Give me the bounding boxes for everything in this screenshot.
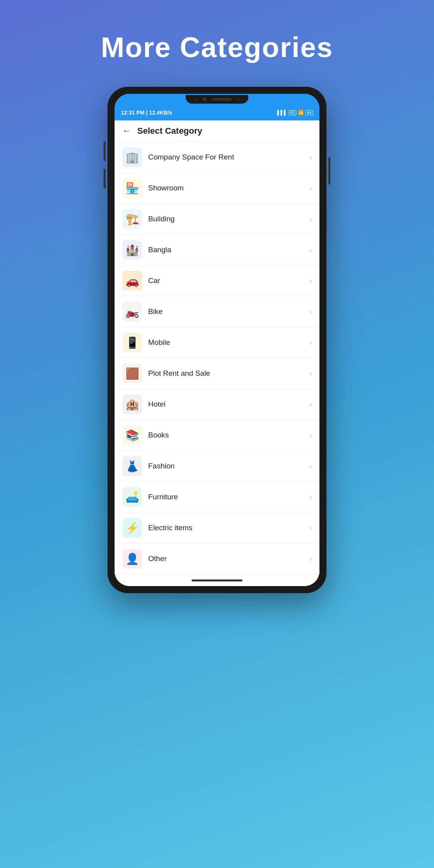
category-item-bangla[interactable]: 🏰Bangla›: [115, 235, 319, 265]
electric-items-icon: ⚡: [122, 518, 142, 538]
fashion-label: Fashion: [148, 462, 309, 470]
bike-icon: 🏍️: [122, 302, 142, 321]
screen-title: Select Category: [137, 126, 202, 136]
fashion-icon: 👗: [122, 456, 142, 476]
volume-down-button: [104, 169, 106, 188]
hotel-arrow: ›: [309, 400, 312, 409]
home-bar: [192, 579, 242, 581]
category-item-mobile[interactable]: 📱Mobile›: [115, 327, 319, 358]
phone-frame: 12:31 PM | 12.4KB/s ▌▌▌ 4G 📶 44 ← Select…: [108, 87, 326, 593]
building-arrow: ›: [309, 215, 312, 223]
plot-rent-sale-icon: 🟫: [122, 364, 142, 383]
speaker: [212, 98, 231, 100]
battery-icon: 44: [305, 110, 313, 115]
fashion-arrow: ›: [309, 462, 312, 470]
car-icon: 🚗: [122, 271, 142, 291]
books-arrow: ›: [309, 431, 312, 439]
other-label: Other: [148, 554, 309, 563]
mobile-label: Mobile: [148, 338, 309, 347]
furniture-arrow: ›: [309, 493, 312, 501]
car-label: Car: [148, 276, 309, 285]
status-bar: 12:31 PM | 12.4KB/s ▌▌▌ 4G 📶 44: [115, 105, 319, 120]
page-title: More Categories: [101, 31, 333, 63]
back-button[interactable]: ←: [122, 126, 131, 136]
building-icon: 🏗️: [122, 209, 142, 229]
category-item-bike[interactable]: 🏍️Bike›: [115, 296, 319, 327]
books-label: Books: [148, 431, 309, 439]
category-item-other[interactable]: 👤Other›: [115, 543, 319, 574]
category-item-furniture[interactable]: 🛋️Furniture›: [115, 482, 319, 513]
company-space-icon: 🏢: [122, 147, 142, 167]
notch: [186, 95, 248, 104]
volume-up-button: [104, 142, 106, 161]
showroom-arrow: ›: [309, 184, 312, 192]
category-item-showroom[interactable]: 🏪Showroom›: [115, 173, 319, 204]
status-icons: ▌▌▌ 4G 📶 44: [277, 110, 313, 115]
other-arrow: ›: [309, 555, 312, 563]
showroom-label: Showroom: [148, 184, 309, 192]
company-space-arrow: ›: [309, 153, 312, 161]
bangla-arrow: ›: [309, 246, 312, 254]
furniture-label: Furniture: [148, 493, 309, 501]
books-icon: 📚: [122, 425, 142, 445]
signal-icon: ▌▌▌: [277, 110, 287, 115]
company-space-label: Company Space For Rent: [148, 153, 309, 161]
category-item-plot-rent-sale[interactable]: 🟫Plot Rent and Sale›: [115, 358, 319, 389]
home-indicator: [115, 574, 319, 586]
wifi-icon: 📶: [298, 110, 304, 115]
bangla-icon: 🏰: [122, 240, 142, 260]
category-item-electric-items[interactable]: ⚡Electric items›: [115, 513, 319, 543]
bangla-label: Bangla: [148, 246, 309, 254]
category-item-fashion[interactable]: 👗Fashion›: [115, 451, 319, 482]
category-list: 🏢Company Space For Rent›🏪Showroom›🏗️Buil…: [115, 142, 319, 574]
showroom-icon: 🏪: [122, 178, 142, 198]
status-time: 12:31 PM | 12.4KB/s: [121, 109, 172, 116]
hotel-label: Hotel: [148, 400, 309, 409]
other-icon: 👤: [122, 549, 142, 569]
network-icon: 4G: [289, 110, 296, 115]
category-item-car[interactable]: 🚗Car›: [115, 265, 319, 296]
car-arrow: ›: [309, 277, 312, 285]
app-bar: ← Select Category: [115, 120, 319, 142]
category-item-building[interactable]: 🏗️Building›: [115, 204, 319, 235]
front-camera: [203, 97, 206, 101]
hotel-icon: 🏨: [122, 395, 142, 414]
furniture-icon: 🛋️: [122, 487, 142, 507]
bike-arrow: ›: [309, 308, 312, 316]
category-item-company-space[interactable]: 🏢Company Space For Rent›: [115, 142, 319, 173]
sensor: [194, 98, 197, 101]
power-button: [328, 157, 330, 185]
mobile-arrow: ›: [309, 339, 312, 347]
mobile-icon: 📱: [122, 333, 142, 352]
notch-area: [115, 94, 319, 105]
bike-label: Bike: [148, 307, 309, 316]
category-item-hotel[interactable]: 🏨Hotel›: [115, 389, 319, 420]
sensor2: [237, 98, 240, 101]
building-label: Building: [148, 215, 309, 223]
plot-rent-sale-arrow: ›: [309, 369, 312, 378]
category-item-books[interactable]: 📚Books›: [115, 420, 319, 451]
phone-screen: 12:31 PM | 12.4KB/s ▌▌▌ 4G 📶 44 ← Select…: [115, 94, 319, 586]
electric-items-label: Electric items: [148, 524, 309, 532]
electric-items-arrow: ›: [309, 524, 312, 532]
plot-rent-sale-label: Plot Rent and Sale: [148, 369, 309, 378]
